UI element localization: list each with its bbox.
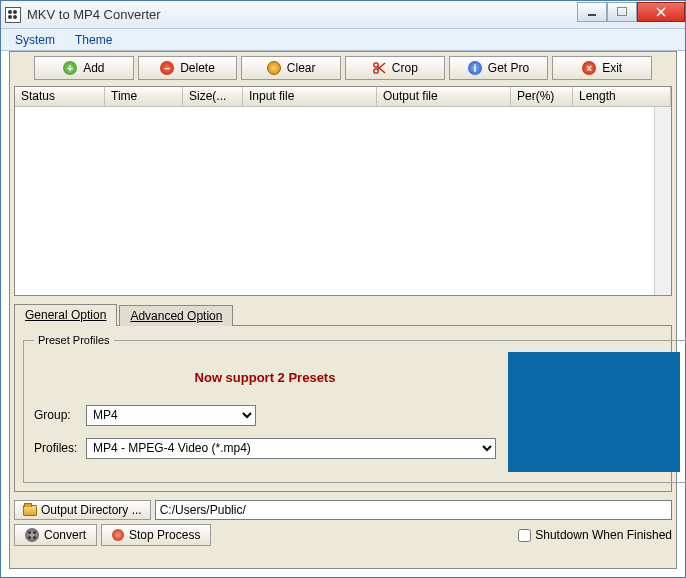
crop-icon <box>372 61 386 75</box>
content-area: + Add − Delete Clear Crop i Get Pro <box>9 51 677 569</box>
window-title: MKV to MP4 Converter <box>27 7 577 22</box>
table-header: Status Time Size(... Input file Output f… <box>15 87 671 107</box>
pro-icon: i <box>468 61 482 75</box>
clear-icon <box>267 61 281 75</box>
close-icon <box>656 7 666 17</box>
output-directory-button[interactable]: Output Directory ... <box>14 500 151 520</box>
delete-label: Delete <box>180 61 215 75</box>
shutdown-checkbox[interactable] <box>518 529 531 542</box>
col-time[interactable]: Time <box>105 87 183 106</box>
toolbar: + Add − Delete Clear Crop i Get Pro <box>10 52 676 86</box>
menu-system[interactable]: System <box>5 31 65 49</box>
exit-label: Exit <box>602 61 622 75</box>
menubar: System Theme <box>1 29 685 51</box>
convert-label: Convert <box>44 528 86 542</box>
add-label: Add <box>83 61 104 75</box>
clear-label: Clear <box>287 61 316 75</box>
col-per[interactable]: Per(%) <box>511 87 573 106</box>
exit-icon: × <box>582 61 596 75</box>
titlebar[interactable]: MKV to MP4 Converter <box>1 1 685 29</box>
crop-button[interactable]: Crop <box>345 56 445 80</box>
output-directory-input[interactable] <box>155 500 672 520</box>
stop-label: Stop Process <box>129 528 200 542</box>
tab-advanced[interactable]: Advanced Option <box>119 305 233 326</box>
menu-theme[interactable]: Theme <box>65 31 122 49</box>
preview-box <box>508 352 680 472</box>
vertical-scrollbar[interactable] <box>654 107 671 295</box>
window-buttons <box>577 2 685 22</box>
table-body[interactable] <box>15 107 654 295</box>
convert-icon <box>25 528 39 542</box>
col-status[interactable]: Status <box>15 87 105 106</box>
minimize-button[interactable] <box>577 2 607 22</box>
app-window: MKV to MP4 Converter System Theme + Add … <box>0 0 686 578</box>
option-tabs: General Option Advanced Option <box>14 304 672 325</box>
stop-icon <box>112 529 124 541</box>
general-panel: Preset Profiles Now support 2 Presets Gr… <box>14 325 672 492</box>
stop-button[interactable]: Stop Process <box>101 524 211 546</box>
preset-legend: Preset Profiles <box>34 334 114 346</box>
app-icon <box>5 7 21 23</box>
output-directory-label: Output Directory ... <box>41 503 142 517</box>
folder-icon <box>23 505 37 516</box>
convert-button[interactable]: Convert <box>14 524 97 546</box>
maximize-button[interactable] <box>607 2 637 22</box>
delete-icon: − <box>160 61 174 75</box>
add-icon: + <box>63 61 77 75</box>
preset-banner: Now support 2 Presets <box>34 366 496 393</box>
shutdown-checkbox-row[interactable]: Shutdown When Finished <box>518 528 672 542</box>
bottom-bar: Output Directory ... Convert Stop Proces… <box>14 500 672 546</box>
profiles-select[interactable]: MP4 - MPEG-4 Video (*.mp4) <box>86 438 496 459</box>
exit-button[interactable]: × Exit <box>552 56 652 80</box>
group-select[interactable]: MP4 <box>86 405 256 426</box>
preset-fieldset: Preset Profiles Now support 2 Presets Gr… <box>23 334 686 483</box>
getpro-label: Get Pro <box>488 61 529 75</box>
col-length[interactable]: Length <box>573 87 671 106</box>
close-button[interactable] <box>637 2 685 22</box>
tab-general[interactable]: General Option <box>14 304 117 325</box>
getpro-button[interactable]: i Get Pro <box>449 56 549 80</box>
delete-button[interactable]: − Delete <box>138 56 238 80</box>
clear-button[interactable]: Clear <box>241 56 341 80</box>
profiles-label: Profiles: <box>34 441 84 455</box>
col-output[interactable]: Output file <box>377 87 511 106</box>
add-button[interactable]: + Add <box>34 56 134 80</box>
shutdown-label: Shutdown When Finished <box>535 528 672 542</box>
file-list: Status Time Size(... Input file Output f… <box>14 86 672 296</box>
group-label: Group: <box>34 408 84 422</box>
col-size[interactable]: Size(... <box>183 87 243 106</box>
col-input[interactable]: Input file <box>243 87 377 106</box>
crop-label: Crop <box>392 61 418 75</box>
